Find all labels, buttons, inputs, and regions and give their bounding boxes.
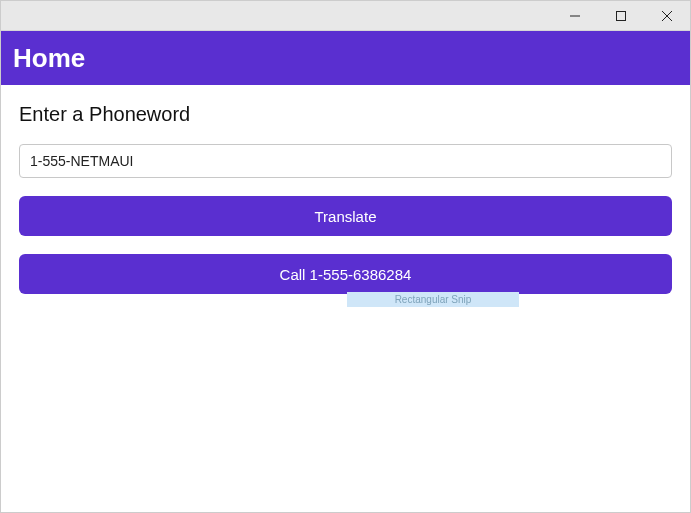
maximize-icon: [616, 11, 626, 21]
phoneword-label: Enter a Phoneword: [19, 103, 672, 126]
call-button[interactable]: Call 1-555-6386284: [19, 254, 672, 294]
phoneword-input[interactable]: [19, 144, 672, 178]
window-titlebar: [1, 1, 690, 31]
minimize-icon: [570, 11, 580, 21]
minimize-button[interactable]: [552, 1, 598, 31]
translate-button[interactable]: Translate: [19, 196, 672, 236]
close-button[interactable]: [644, 1, 690, 31]
main-content: Enter a Phoneword Translate Call 1-555-6…: [1, 85, 690, 330]
maximize-button[interactable]: [598, 1, 644, 31]
page-title: Home: [13, 43, 85, 74]
close-icon: [662, 11, 672, 21]
snip-overlay: Rectangular Snip: [347, 292, 519, 307]
page-header: Home: [1, 31, 690, 85]
svg-rect-1: [617, 11, 626, 20]
